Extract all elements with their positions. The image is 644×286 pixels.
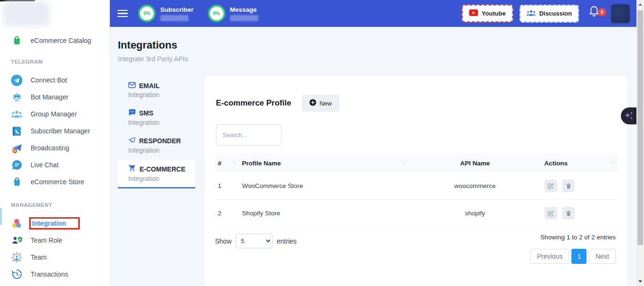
sidebar-item-label: Connect Bot <box>31 76 67 84</box>
subnav-tab-title: SMS <box>139 109 153 117</box>
subnav-tab-email[interactable]: EMAIL Integration <box>118 78 195 103</box>
sidebar-section-management: MANAGEMENT <box>0 200 109 210</box>
robot-icon <box>11 91 23 103</box>
subscriber-stat: 0% Subscriber <box>138 5 194 22</box>
sidebar-item-label: Team Role <box>31 237 62 244</box>
ai-assistant-fab[interactable] <box>621 107 636 124</box>
sidebar-item-broadcasting[interactable]: Broadcasting <box>0 139 109 156</box>
column-header-num[interactable]: #↑↓ <box>215 154 239 172</box>
api-name-cell: shopify <box>408 200 541 227</box>
youtube-icon <box>469 9 478 17</box>
column-header-api-name[interactable]: API Name <box>408 154 541 172</box>
sidebar-item-label: Subscriber Manager <box>31 127 90 135</box>
sort-icon[interactable]: ↑↓ <box>232 160 235 165</box>
sidebar-item-team[interactable]: Team <box>0 249 109 266</box>
column-header-profile-name[interactable]: Profile Name↑↓ <box>239 154 408 172</box>
discussion-people-icon <box>527 9 536 18</box>
message-percent: 0% <box>213 11 220 16</box>
message-stat: 0% Message <box>208 5 258 22</box>
app-logo-redacted <box>3 1 50 26</box>
discussion-button-label: Discussion <box>539 10 572 17</box>
discussion-button[interactable]: Discussion <box>520 5 579 23</box>
sidebar-item-label: Bot Manager <box>31 93 68 101</box>
subnav-tab-subtitle: Integration <box>128 147 195 154</box>
previous-page-button[interactable]: Previous <box>530 249 569 264</box>
sidebar-item-ecommerce-catalog[interactable]: eCommerce Catalog <box>0 32 109 49</box>
paper-plane-icon <box>128 137 136 145</box>
row-number: 1 <box>215 172 239 200</box>
actions-cell <box>542 172 618 200</box>
entries-info: Showing 1 to 2 of 2 entries <box>530 234 616 241</box>
sidebar-item-label: eCommerce Store <box>31 178 84 186</box>
sidebar-item-label: Transactions <box>31 270 68 278</box>
delete-button[interactable] <box>562 180 575 192</box>
scrollbar-up-arrow[interactable] <box>638 3 642 6</box>
clock-history-icon <box>11 269 23 280</box>
youtube-button[interactable]: Youtube <box>462 5 513 22</box>
sidebar-item-label: Team <box>31 253 47 261</box>
search-input[interactable] <box>216 124 281 146</box>
page-1-button[interactable]: 1 <box>571 249 586 264</box>
broadcast-plane-icon <box>11 142 23 154</box>
sidebar-item-connect-bot[interactable]: Connect Bot <box>0 72 109 89</box>
active-item-indicator <box>0 208 2 225</box>
profiles-table: #↑↓ Profile Name↑↓ API Name Actions↑↓ 1 … <box>215 154 618 227</box>
subnav-tab-title: RESPONDER <box>139 137 181 145</box>
page-size-select[interactable]: 5 <box>236 234 272 248</box>
subnav-tab-subtitle: Integration <box>128 119 195 126</box>
edit-button[interactable] <box>545 207 557 220</box>
new-button-label: New <box>320 100 332 107</box>
message-stat-value-redacted <box>230 15 258 21</box>
message-progress-ring: 0% <box>208 5 225 22</box>
cart-icon <box>128 164 136 173</box>
people-group-icon <box>11 108 23 120</box>
subscriber-stat-value-redacted <box>160 15 189 21</box>
sidebar-item-label: Live Chat <box>31 161 58 169</box>
next-page-button[interactable]: Next <box>589 249 616 264</box>
sidebar-item-integration[interactable]: Integration <box>0 215 109 232</box>
chat-bubble-icon <box>11 159 23 171</box>
column-header-actions[interactable]: Actions↑↓ <box>542 154 618 172</box>
sidebar-section-telegram: TELEGRAM <box>0 57 109 67</box>
sidebar-item-subscriber-manager[interactable]: Subscriber Manager <box>0 123 109 139</box>
subnav-tab-sms[interactable]: SMS Integration <box>118 105 195 131</box>
sort-icon[interactable]: ↑↓ <box>611 160 614 165</box>
actions-cell <box>542 200 618 227</box>
sidebar-item-bot-manager[interactable]: Bot Manager <box>0 89 109 106</box>
new-profile-button[interactable]: New <box>302 95 339 112</box>
pagination: Previous 1 Next <box>530 249 616 264</box>
subscriber-stat-label: Subscriber <box>160 6 194 13</box>
profile-name-cell: WooCommerce Store <box>239 172 408 200</box>
hamburger-menu-icon[interactable] <box>117 10 128 17</box>
edit-button[interactable] <box>545 180 557 192</box>
subscriber-percent: 0% <box>143 11 150 16</box>
contact-book-icon <box>11 125 23 137</box>
gear-person-icon <box>11 252 23 263</box>
vertical-scrollbar[interactable] <box>636 0 644 286</box>
sidebar: eCommerce Catalog TELEGRAM Connect Bot B… <box>0 0 110 286</box>
person-shield-icon <box>11 235 23 246</box>
sidebar-item-team-role[interactable]: Team Role <box>0 232 109 249</box>
subnav-tab-subtitle: Integration <box>128 91 195 98</box>
youtube-button-label: Youtube <box>482 10 506 17</box>
sidebar-item-live-chat[interactable]: Live Chat <box>0 156 109 173</box>
sort-icon[interactable]: ↑↓ <box>402 160 405 165</box>
scrollbar-thumb[interactable] <box>637 10 643 245</box>
subnav-tab-responder[interactable]: RESPONDER Integration <box>118 132 195 159</box>
subnav-tab-ecommerce[interactable]: E-COMMERCE Integration <box>118 160 195 188</box>
sidebar-item-group-manager[interactable]: Group Manager <box>0 106 109 123</box>
page-subtitle: Integrate 3rd Party APIs <box>118 55 636 63</box>
sidebar-item-transactions[interactable]: Transactions <box>0 266 109 283</box>
table-footer: Show 5 entries Showing 1 to 2 of 2 entri… <box>215 234 616 286</box>
subnav-tab-subtitle: Integration <box>128 175 195 182</box>
sidebar-item-label-integration-annotated: Integration <box>29 217 80 229</box>
sms-bubble-icon <box>128 109 136 117</box>
notifications-bell[interactable]: 6 <box>588 5 604 22</box>
sidebar-item-label: eCommerce Catalog <box>31 37 91 44</box>
delete-button[interactable] <box>562 207 575 220</box>
notification-count-badge: 6 <box>598 8 606 16</box>
panel-title: E-commerce Profile <box>216 98 291 108</box>
sidebar-item-ecommerce-store[interactable]: eCommerce Store <box>0 173 109 190</box>
scrollbar-down-arrow[interactable] <box>638 280 642 283</box>
user-avatar[interactable] <box>611 4 630 23</box>
